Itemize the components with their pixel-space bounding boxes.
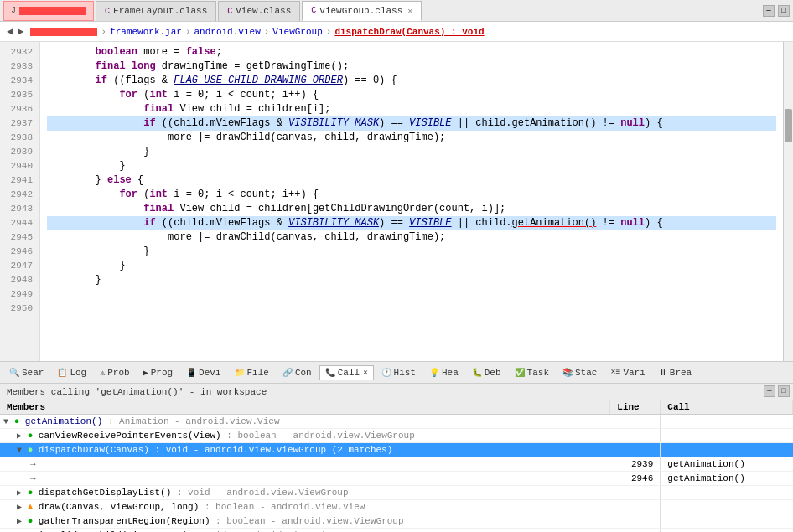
code-line: final long drawingTime = getDrawingTime(… — [47, 59, 776, 74]
expand-icon[interactable]: ▶ — [17, 431, 22, 441]
file-icon: 📁 — [235, 368, 245, 378]
tabs-bar: J C FrameLayout.class C View.class C Vie… — [0, 0, 793, 22]
line-number: 2947 — [7, 259, 33, 273]
toolbar-button-deb[interactable]: 🐛Deb — [466, 365, 507, 380]
line-number: 2937 — [7, 116, 33, 131]
panel-minimize-button[interactable]: — — [764, 385, 775, 397]
tab-viewgroup[interactable]: C ViewGroup.class ✕ — [302, 1, 422, 21]
code-line: if ((flags & FLAG_USE_CHILD_DRAWING_ORDE… — [47, 74, 776, 88]
tab-framelayout[interactable]: C FrameLayout.class — [96, 1, 216, 21]
toolbar-button-task[interactable]: ✅Task — [509, 365, 555, 380]
call-cell — [661, 529, 793, 533]
toolbar-active-close[interactable]: ✕ — [363, 368, 367, 377]
tree-child-row[interactable]: ▶ ▲ draw(Canvas, ViewGroup, long) : bool… — [0, 500, 793, 514]
toolbar-button-log[interactable]: 📋Log — [51, 365, 92, 380]
tab-redacted[interactable]: J — [3, 1, 94, 21]
toolbar-button-hea[interactable]: 💡Hea — [423, 365, 464, 380]
toolbar-button-con[interactable]: 🔗Con — [277, 365, 318, 380]
prob-icon: ⚠ — [100, 368, 105, 378]
breadcrumb-android-view[interactable]: android.view — [194, 27, 261, 37]
tab-label: View.class — [236, 6, 291, 16]
tab-label: ViewGroup.class — [319, 6, 402, 16]
match-row[interactable]: → 2939 getAnimation() — [0, 457, 793, 472]
member-label: draw(Canvas, ViewGroup, long) — [39, 502, 199, 512]
col-header-members: Members — [0, 400, 610, 415]
stac-label: Stac — [575, 368, 597, 378]
task-label: Task — [527, 368, 549, 378]
maximize-button[interactable]: □ — [778, 5, 790, 17]
line-numbers: 2932293329342935293629372938293929402941… — [0, 42, 40, 361]
breadcrumb-framework[interactable]: framework.jar — [110, 27, 182, 37]
panel-maximize-button[interactable]: □ — [778, 385, 790, 397]
nav-back-icon[interactable]: ◀ — [7, 25, 13, 38]
scrollbar[interactable] — [783, 42, 793, 361]
line-number: 2946 — [7, 245, 33, 259]
breadcrumb-redacted — [30, 28, 97, 36]
tree-child-row[interactable]: ▶ ● dispatchGetDisplayList() : void - an… — [0, 486, 793, 500]
hea-icon: 💡 — [429, 368, 439, 378]
toolbar-button-file[interactable]: 📁File — [229, 365, 275, 380]
expand-icon[interactable]: ▶ — [17, 503, 22, 512]
breadcrumb-sep: › — [101, 27, 106, 37]
code-content[interactable]: boolean more = false; final long drawing… — [40, 42, 783, 361]
tree-root-row[interactable]: ▼ ● getAnimation() : Animation - android… — [0, 415, 793, 429]
toolbar-button-brea[interactable]: ⏸Brea — [653, 365, 697, 380]
line-cell — [610, 514, 661, 529]
tab-view[interactable]: C View.class — [218, 1, 300, 21]
toolbar-button-call[interactable]: 📞Call✕ — [319, 365, 374, 380]
toolbar-button-vari[interactable]: ×≡Vari — [604, 365, 650, 380]
hist-icon: 🕐 — [381, 368, 391, 378]
arrow-icon: → — [30, 473, 36, 483]
toolbar-button-prob[interactable]: ⚠Prob — [94, 365, 135, 380]
circle-icon: ● — [28, 431, 34, 441]
tree-child-row[interactable]: ▶ ● canViewReceivePointerEvents(View) : … — [0, 429, 793, 443]
tree-child-row[interactable]: ▶ ● gatherTransparentRegion(Region) : bo… — [0, 514, 793, 529]
code-line: for (int i = 0; i < count; i++) { — [47, 188, 776, 202]
toolbar-button-hist[interactable]: 🕐Hist — [376, 365, 422, 380]
tree-cell: ▶ ● canViewReceivePointerEvents(View) : … — [0, 429, 610, 443]
code-line: } — [47, 259, 776, 273]
expand-icon[interactable]: ▶ — [17, 488, 22, 498]
expand-icon[interactable]: ▶ — [17, 517, 22, 526]
tree-child-row[interactable]: ▶ ● invalidateChild(View, Rect) : void -… — [0, 529, 793, 533]
toolbar-button-search[interactable]: 🔍Sear — [3, 365, 49, 380]
member-type: : Animation - android.view.View — [108, 416, 280, 426]
member-type: : boolean - android.view.View — [205, 502, 365, 512]
col-header-line: Line — [610, 400, 661, 415]
expand-icon[interactable]: ▼ — [3, 417, 8, 426]
line-number: 2939 — [7, 145, 33, 159]
col-header-call: Call — [661, 400, 793, 415]
breadcrumb-viewgroup[interactable]: ViewGroup — [272, 27, 322, 37]
code-line: if ((child.mViewFlags & VISIBILITY_MASK)… — [47, 216, 776, 230]
nav-forward-icon[interactable]: ▶ — [18, 25, 23, 38]
minimize-button[interactable]: — — [763, 5, 775, 17]
deb-label: Deb — [485, 368, 501, 378]
call-cell: getAnimation() — [661, 472, 793, 486]
breadcrumb-method[interactable]: dispatchDraw(Canvas) : void — [334, 27, 484, 37]
match-row[interactable]: → 2946 getAnimation() — [0, 472, 793, 486]
toolbar-button-prog[interactable]: ▶Prog — [137, 365, 179, 380]
tree-cell: ▶ ● dispatchGetDisplayList() : void - an… — [0, 486, 610, 500]
code-line: } — [47, 245, 776, 259]
call-cell — [661, 429, 793, 443]
prob-label: Prob — [107, 368, 129, 378]
line-cell — [610, 415, 661, 429]
task-icon: ✅ — [515, 368, 525, 378]
tree-cell: ▶ ▲ draw(Canvas, ViewGroup, long) : bool… — [0, 500, 610, 514]
expand-icon[interactable]: ▼ — [17, 446, 22, 455]
code-line: final View child = children[i]; — [47, 102, 776, 116]
breadcrumb: ◀ ▶ › framework.jar › android.view › Vie… — [0, 22, 793, 42]
tree-cell: → — [0, 457, 610, 472]
toolbar-button-stac[interactable]: 📚Stac — [557, 365, 603, 380]
circle-icon: ● — [28, 488, 34, 498]
line-cell — [610, 500, 661, 514]
line-number: 2938 — [7, 131, 33, 145]
toolbar-button-devi[interactable]: 📱Devi — [180, 365, 226, 380]
search-icon: 🔍 — [9, 368, 19, 378]
code-line: boolean more = false; — [47, 45, 776, 59]
line-cell — [610, 429, 661, 443]
class-icon: C — [227, 7, 232, 16]
call-cell — [661, 500, 793, 514]
tree-selected-row[interactable]: ▼ ● dispatchDraw(Canvas) : void - androi… — [0, 443, 793, 457]
tab-close-icon[interactable]: ✕ — [407, 6, 412, 16]
